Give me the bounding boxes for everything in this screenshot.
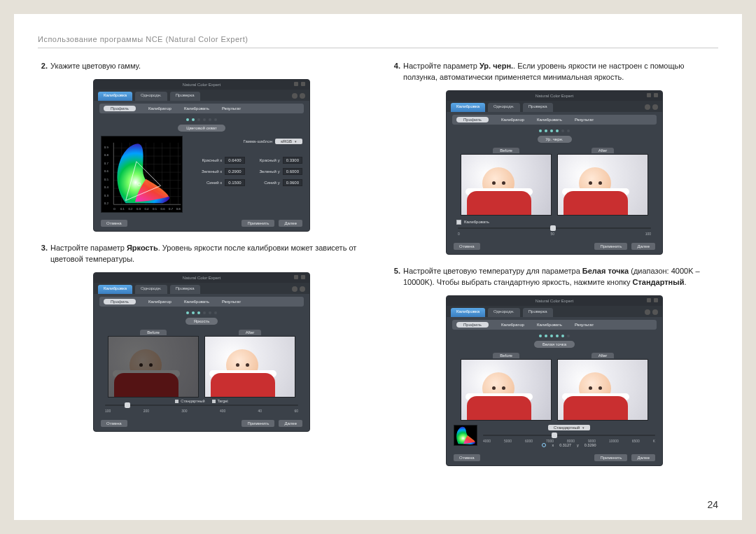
main-tabs: Калибровка Однородн. Проверка	[94, 283, 309, 294]
band-pill-profile[interactable]: Профиль	[104, 106, 136, 111]
close-icon[interactable]	[301, 82, 305, 86]
band-item[interactable]: Калибровать	[184, 300, 209, 304]
close-icon[interactable]	[301, 275, 305, 279]
val[interactable]: 0.3300	[283, 157, 302, 164]
settings-icon[interactable]	[652, 309, 658, 315]
apply-button[interactable]: Применить	[594, 454, 627, 461]
val[interactable]: 0.0600	[283, 179, 302, 186]
svg-text:0.8: 0.8	[176, 207, 181, 211]
step-4-text: Настройте параметр Ур. черн.. Если урове…	[403, 61, 718, 83]
slider-track[interactable]	[458, 226, 651, 230]
help-icon[interactable]	[645, 309, 650, 315]
x-value[interactable]: 0.3127	[559, 443, 571, 447]
kelvin-unit: K	[653, 439, 655, 443]
slider-marks: 100 200 300 400 40 60	[105, 409, 298, 413]
tab-check[interactable]: Проверка	[170, 92, 200, 101]
calibrate-checkbox-row: Калибровать	[456, 220, 655, 225]
band-item[interactable]: Результат	[575, 118, 594, 122]
mark: 100	[645, 232, 651, 236]
settings-icon[interactable]	[300, 286, 305, 292]
help-icon[interactable]	[645, 104, 650, 110]
step-band: Профиль Калибратор Калибровать Результат	[99, 104, 304, 113]
val[interactable]: 0.6000	[283, 168, 302, 175]
next-button[interactable]: Далее	[631, 454, 655, 461]
help-icon[interactable]	[292, 286, 298, 292]
band-pill-profile[interactable]: Профиль	[104, 299, 136, 304]
tab-uniformity[interactable]: Однородн.	[488, 308, 520, 317]
tab-check[interactable]: Проверка	[523, 103, 553, 112]
min-icon[interactable]	[294, 275, 298, 279]
slider-track[interactable]	[105, 403, 298, 407]
svg-text:0.1: 0.1	[120, 207, 125, 211]
chip-label: Белая точка	[534, 341, 575, 348]
step-2: 2. Укажите цветовую гамму.	[38, 61, 365, 72]
standard-button[interactable]: Стандартный	[548, 425, 590, 430]
tab-check[interactable]: Проверка	[523, 308, 553, 317]
cancel-button[interactable]: Отмена	[101, 420, 127, 427]
whitepoint-body: Before SAMSUNG After SAMSUNG	[454, 352, 655, 447]
tab-calibration[interactable]: Калибровка	[451, 308, 485, 317]
val[interactable]: 0.1500	[225, 179, 244, 186]
val[interactable]: 0.6400	[225, 157, 244, 164]
tab-calibration[interactable]: Калибровка	[98, 92, 132, 101]
min-icon[interactable]	[647, 93, 651, 97]
gamut-template-select[interactable]: sRGB	[275, 139, 302, 144]
next-button[interactable]: Далее	[279, 220, 302, 227]
y-value[interactable]: 0.3290	[584, 443, 596, 447]
tab-check[interactable]: Проверка	[170, 285, 200, 294]
after-label: After	[239, 330, 262, 335]
band-item[interactable]: Результат	[575, 323, 594, 327]
min-icon[interactable]	[647, 298, 651, 302]
band-item[interactable]: Калибровать	[537, 323, 562, 327]
tab-uniformity[interactable]: Однородн.	[135, 92, 167, 101]
settings-icon[interactable]	[652, 104, 658, 110]
apply-button[interactable]: Применить	[594, 243, 627, 250]
band-pill[interactable]: Профиль	[456, 117, 489, 122]
svg-text:0.5: 0.5	[153, 207, 158, 211]
band-item[interactable]: Калибратор	[148, 300, 172, 304]
band-item-calibrator[interactable]: Калибратор	[148, 106, 172, 111]
next-button[interactable]: Далее	[631, 243, 655, 250]
cancel-button[interactable]: Отмена	[454, 243, 480, 250]
param-row: Зеленый x 0.2900 Зеленый y 0.6000	[190, 168, 302, 175]
t: Настройте параметр	[403, 62, 479, 70]
step-5-text: Настройте цветовую температуру для парам…	[403, 266, 718, 288]
tab-uniformity[interactable]: Однородн.	[488, 103, 520, 112]
val[interactable]: 0.2900	[225, 168, 244, 175]
calibrate-checkbox[interactable]	[456, 220, 461, 225]
close-icon[interactable]	[654, 298, 658, 302]
step-2-number: 2.	[38, 61, 48, 72]
apply-button[interactable]: Применить	[241, 420, 274, 427]
t-bold: Яркость	[127, 244, 158, 252]
cancel-button[interactable]: Отмена	[101, 220, 127, 227]
svg-text:0: 0	[113, 207, 115, 211]
help-icon[interactable]	[292, 93, 298, 99]
min-icon[interactable]	[294, 82, 298, 86]
tab-calibration[interactable]: Калибровка	[98, 285, 132, 294]
band-item-result[interactable]: Результат	[222, 106, 241, 111]
t: .	[684, 278, 686, 286]
mark: 300	[181, 409, 187, 413]
band-item[interactable]: Калибратор	[501, 323, 524, 327]
band-pill[interactable]: Профиль	[456, 322, 489, 328]
window-controls	[647, 93, 658, 97]
band-item-calibrate[interactable]: Калибровать	[184, 106, 209, 111]
cancel-button[interactable]: Отмена	[454, 454, 480, 461]
svg-text:0.6: 0.6	[104, 169, 109, 173]
band-item[interactable]: Калибровать	[537, 118, 562, 122]
mark: 5000	[504, 439, 512, 443]
apply-button[interactable]: Применить	[241, 220, 274, 227]
before-after-row: Before SAMSUNG After SAMSUNG	[454, 352, 655, 421]
band-item[interactable]: Калибратор	[501, 118, 524, 122]
kelvin-slider[interactable]	[483, 433, 655, 437]
tab-uniformity[interactable]: Однородн.	[135, 285, 167, 294]
band-item[interactable]: Результат	[222, 300, 241, 304]
step-band: Профиль Калибратор Калибровать Результат	[452, 320, 657, 330]
progress-leds	[94, 118, 309, 122]
close-icon[interactable]	[654, 93, 658, 97]
window-title: Natural Color Expert	[536, 299, 573, 303]
next-button[interactable]: Далее	[279, 420, 302, 427]
tab-calibration[interactable]: Калибровка	[451, 103, 485, 112]
blacklevel-slider: 0 50 100	[458, 226, 651, 236]
settings-icon[interactable]	[300, 93, 305, 99]
